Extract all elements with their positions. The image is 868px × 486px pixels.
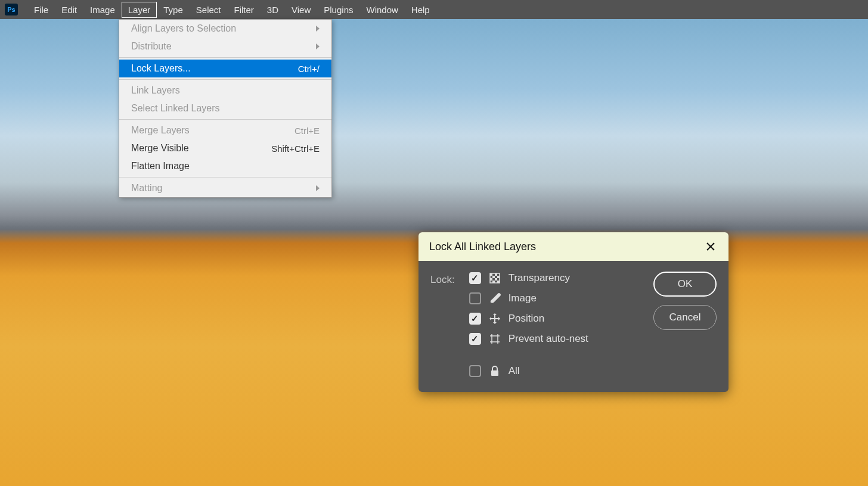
checkbox-image[interactable]	[469, 292, 481, 304]
menu-item-label: Align Layers to Selection	[131, 23, 236, 34]
menu-separator	[119, 119, 331, 120]
close-icon[interactable]	[703, 239, 718, 254]
menu-plugins[interactable]: Plugins	[317, 2, 359, 18]
menu-shortcut: Ctrl+/	[298, 64, 320, 74]
option-label: Transparency	[509, 272, 570, 284]
svg-rect-5	[490, 278, 492, 281]
menu-item-merge-layers: Merge LayersCtrl+E	[119, 122, 331, 139]
menu-item-label: Lock Layers...	[131, 63, 191, 74]
menu-filter[interactable]: Filter	[228, 2, 261, 18]
menu-item-distribute: Distribute	[119, 38, 331, 55]
menu-separator	[119, 79, 331, 80]
menu-image[interactable]: Image	[83, 2, 122, 18]
menu-item-label: Flatten Image	[131, 161, 190, 172]
menu-edit[interactable]: Edit	[55, 2, 83, 18]
menu-separator	[119, 177, 331, 177]
lock-option-position: Position	[469, 312, 639, 325]
menu-item-label: Link Layers	[131, 85, 180, 96]
menu-layer[interactable]: Layer	[122, 2, 157, 18]
lock-label: Lock:	[430, 272, 455, 378]
svg-rect-1	[490, 273, 492, 276]
cancel-button[interactable]: Cancel	[653, 305, 717, 330]
menu-item-matting: Matting	[119, 179, 331, 197]
menu-item-align-layers-to-selection: Align Layers to Selection	[119, 20, 331, 38]
menu-item-label: Distribute	[131, 41, 172, 52]
checkbox-all[interactable]	[469, 365, 481, 377]
menu-separator	[119, 57, 331, 58]
lock-option-transparency: Transparency	[469, 272, 639, 285]
svg-rect-9	[492, 336, 498, 342]
ps-logo-icon: Ps	[5, 4, 18, 15]
artboard-icon	[488, 332, 501, 345]
ok-button[interactable]: OK	[653, 272, 717, 297]
lock-options-column: TransparencyImagePositionPrevent auto-ne…	[469, 272, 639, 378]
checkbox-transparency[interactable]	[469, 272, 481, 284]
dialog-header: Lock All Linked Layers	[418, 232, 728, 261]
svg-rect-4	[497, 276, 500, 278]
menu-item-select-linked-layers: Select Linked Layers	[119, 99, 331, 117]
option-label: All	[509, 365, 520, 377]
lock-icon	[488, 364, 501, 378]
menu-item-link-layers: Link Layers	[119, 82, 331, 99]
svg-rect-18	[491, 370, 498, 376]
chevron-right-icon	[316, 185, 320, 191]
svg-rect-7	[492, 281, 495, 283]
chevron-right-icon	[316, 26, 320, 32]
dialog-body: Lock: TransparencyImagePositionPrevent a…	[418, 261, 728, 392]
menu-item-lock-layers-[interactable]: Lock Layers...Ctrl+/	[119, 60, 331, 77]
svg-rect-6	[495, 278, 497, 281]
layer-menu-dropdown: Align Layers to SelectionDistributeLock …	[119, 19, 332, 198]
menu-item-label: Merge Visible	[131, 143, 189, 154]
dialog-title: Lock All Linked Layers	[429, 241, 536, 253]
menu-item-label: Select Linked Layers	[131, 103, 220, 114]
menu-help[interactable]: Help	[405, 2, 436, 18]
lock-option-all: All	[469, 364, 639, 378]
dialog-buttons: OK Cancel	[653, 272, 717, 378]
menu-window[interactable]: Window	[359, 2, 404, 18]
option-label: Prevent auto-nest	[509, 333, 588, 345]
menu-shortcut: Shift+Ctrl+E	[271, 144, 320, 154]
move-icon	[488, 312, 501, 325]
svg-rect-8	[497, 281, 500, 283]
brush-icon	[488, 292, 501, 305]
menu-3d[interactable]: 3D	[261, 2, 285, 18]
lock-layers-dialog: Lock All Linked Layers Lock: Transparenc…	[418, 232, 728, 392]
lock-option-prevent-auto-nest: Prevent auto-nest	[469, 332, 639, 345]
menu-select[interactable]: Select	[190, 2, 228, 18]
menu-item-label: Merge Layers	[131, 125, 190, 136]
checkbox-prevent-auto-nest[interactable]	[469, 333, 481, 345]
svg-rect-3	[492, 276, 495, 278]
option-label: Position	[509, 313, 544, 325]
option-label: Image	[509, 292, 537, 304]
chevron-right-icon	[316, 43, 320, 49]
menu-type[interactable]: Type	[157, 2, 190, 18]
transparency-icon	[488, 272, 501, 285]
menu-shortcut: Ctrl+E	[294, 126, 320, 136]
menu-item-flatten-image[interactable]: Flatten Image	[119, 157, 331, 175]
menu-item-label: Matting	[131, 183, 162, 194]
lock-option-image: Image	[469, 292, 639, 305]
menu-item-merge-visible[interactable]: Merge VisibleShift+Ctrl+E	[119, 139, 331, 157]
menu-file[interactable]: File	[27, 2, 55, 18]
menubar: Ps FileEditImageLayerTypeSelectFilter3DV…	[0, 0, 868, 19]
checkbox-position[interactable]	[469, 313, 481, 325]
svg-rect-2	[495, 273, 497, 276]
menu-view[interactable]: View	[285, 2, 317, 18]
